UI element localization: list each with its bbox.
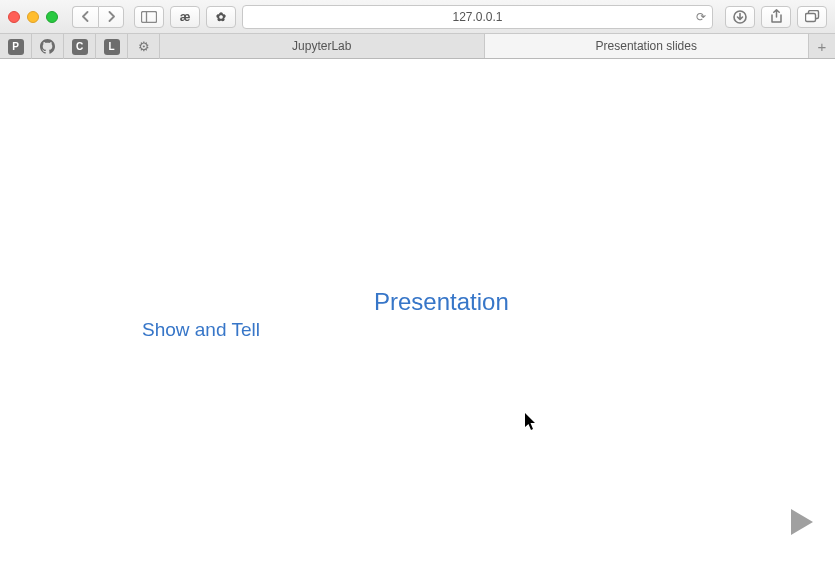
tab-presentation-slides[interactable]: Presentation slides (485, 34, 810, 58)
favorite-c[interactable]: C (64, 34, 96, 59)
browser-tabs: JupyterLab Presentation slides (160, 34, 809, 58)
extension-ae[interactable]: æ (170, 6, 200, 28)
tab-jupyterlab[interactable]: JupyterLab (160, 34, 485, 58)
extension-clip[interactable]: ✿ (206, 6, 236, 28)
address-text: 127.0.0.1 (452, 10, 502, 24)
favorite-p[interactable]: P (0, 34, 32, 59)
play-icon (789, 507, 815, 537)
forward-button[interactable] (98, 6, 124, 28)
extension-buttons: æ ✿ (170, 6, 236, 28)
minimize-window-button[interactable] (27, 11, 39, 23)
close-window-button[interactable] (8, 11, 20, 23)
svg-rect-4 (805, 14, 815, 22)
browser-tabbar: P C L ⚙ JupyterLab Presentation slides + (0, 34, 835, 59)
reload-icon[interactable]: ⟳ (696, 10, 706, 24)
new-tab-button[interactable]: + (809, 34, 835, 58)
favorite-l[interactable]: L (96, 34, 128, 59)
next-slide-button[interactable] (789, 507, 815, 537)
back-button[interactable] (72, 6, 98, 28)
tabs-button[interactable] (797, 6, 827, 28)
toolbar-right (725, 6, 827, 28)
favorites-bar: P C L ⚙ (0, 34, 160, 58)
favorite-github[interactable] (32, 34, 64, 59)
slide-subtitle: Show and Tell (142, 319, 260, 341)
svg-rect-0 (142, 11, 157, 22)
tab-label: Presentation slides (596, 39, 697, 53)
mouse-cursor-icon (525, 413, 537, 435)
slide-title: Presentation (374, 288, 509, 316)
address-bar[interactable]: 127.0.0.1 ⟳ (242, 5, 713, 29)
sidebar-toggle-button[interactable] (134, 6, 164, 28)
maximize-window-button[interactable] (46, 11, 58, 23)
slide-content: Presentation Show and Tell (0, 59, 835, 572)
tab-label: JupyterLab (292, 39, 351, 53)
downloads-button[interactable] (725, 6, 755, 28)
nav-buttons (72, 6, 124, 28)
share-button[interactable] (761, 6, 791, 28)
window-controls (8, 11, 58, 23)
browser-titlebar: æ ✿ 127.0.0.1 ⟳ (0, 0, 835, 34)
gear-icon: ⚙ (138, 39, 150, 54)
favorite-settings[interactable]: ⚙ (128, 34, 160, 59)
